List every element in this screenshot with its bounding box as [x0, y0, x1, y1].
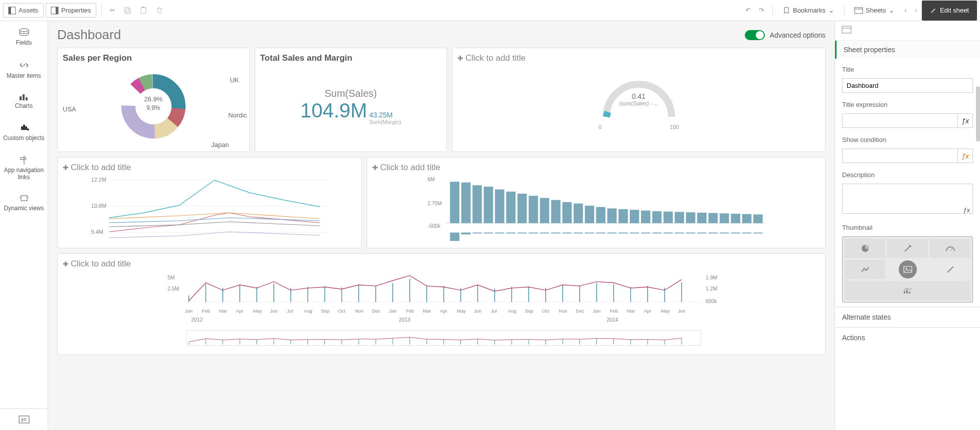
add-title-placeholder[interactable]: ✚Click to add title [372, 163, 820, 173]
svg-text:Apr: Apr [440, 308, 447, 314]
actions-section[interactable]: Actions [835, 327, 980, 348]
left-sidebar: Fields Master items Charts Custom object… [0, 21, 48, 430]
edit-sheet-button[interactable]: Edit sheet [922, 1, 977, 21]
add-title-placeholder[interactable]: ✚Click to add title [457, 53, 820, 63]
svg-rect-42 [574, 204, 583, 223]
svg-point-10 [20, 29, 29, 32]
donut-label-japan: Japan [211, 141, 229, 149]
delete-button[interactable] [152, 4, 167, 18]
card-sales-per-region[interactable]: Sales per Region 26.9% 9.9% UK Nordic Ja… [57, 48, 250, 152]
undo-button[interactable]: ↶ [742, 4, 754, 17]
bookmark-icon [783, 7, 790, 14]
pencil-icon [930, 7, 937, 14]
svg-text:Nov: Nov [559, 308, 567, 314]
svg-text:Feb: Feb [610, 308, 618, 314]
prev-sheet-button[interactable]: ‹ [901, 4, 909, 17]
scrollbar[interactable] [976, 86, 980, 141]
thumbnail-picker[interactable] [842, 236, 973, 303]
fx-button[interactable]: ƒx [958, 149, 973, 163]
label-show-condition: Show condition [842, 136, 973, 144]
card-combochart[interactable]: ✚Click to add title 5M 2.5M 1.9M 1.2M 60… [57, 253, 826, 355]
sidebar-item-custom[interactable]: Custom objects [0, 116, 48, 149]
fx-button[interactable]: ƒx [958, 113, 973, 128]
svg-text:6M: 6M [428, 177, 435, 182]
kpi-secondary-label: Sum(Margin) [369, 119, 401, 125]
label-description: Description [842, 171, 973, 179]
svg-rect-73 [607, 232, 617, 233]
bookmarks-button[interactable]: Bookmarks ⌄ [778, 4, 839, 17]
next-sheet-button[interactable]: › [912, 4, 920, 17]
chart-icon [20, 93, 29, 100]
svg-rect-13 [26, 97, 28, 100]
title-expression-input[interactable] [842, 113, 958, 128]
fx-icon[interactable]: ƒx [963, 206, 970, 214]
svg-rect-61 [472, 232, 482, 233]
line-chart: 12.2M 10.8M 9.4M [63, 173, 356, 243]
sheet-icon [842, 26, 851, 33]
add-title-placeholder[interactable]: ✚Click to add title [63, 259, 820, 269]
svg-rect-46 [618, 209, 628, 223]
gauge-min: 0 [599, 124, 602, 130]
svg-text:Apr: Apr [644, 308, 651, 314]
sidebar-item-dynamic[interactable]: Dynamic views [0, 188, 48, 219]
card-barchart[interactable]: ✚Click to add title 6M 2.75M -500k [367, 157, 826, 248]
gauge-value: 0.41 [619, 92, 658, 100]
label-title: Title [842, 66, 973, 73]
alternate-states-section[interactable]: Alternate states [835, 307, 980, 327]
svg-rect-70 [574, 232, 583, 233]
plus-icon: ✚ [457, 54, 463, 62]
card-gauge[interactable]: ✚Click to add title 0.41 (sum(Sales) - .… [452, 48, 826, 152]
svg-rect-77 [652, 232, 662, 233]
sidebar-item-charts[interactable]: Charts [0, 86, 48, 116]
title-input[interactable] [842, 78, 973, 93]
svg-rect-80 [686, 232, 696, 233]
cut-button[interactable]: ✂ [107, 4, 118, 17]
copy-icon [123, 7, 131, 15]
sidebar-item-fields[interactable]: Fields [0, 21, 48, 53]
thumb-wand-icon[interactable] [887, 239, 928, 258]
sheets-button[interactable]: Sheets ⌄ [850, 4, 899, 17]
chevron-left-icon: ‹ [904, 7, 906, 14]
thumb-line-icon[interactable] [845, 260, 885, 279]
svg-text:Apr: Apr [236, 308, 244, 314]
svg-text:Nov: Nov [355, 308, 364, 314]
thumb-image-icon[interactable] [899, 260, 917, 278]
svg-rect-34 [484, 187, 494, 223]
show-condition-input[interactable] [842, 149, 958, 163]
card-total-sales-margin[interactable]: Total Sales and Margin Sum(Sales) 104.9M… [255, 48, 447, 152]
thumb-wand2-icon[interactable] [930, 260, 970, 279]
advanced-toggle[interactable] [745, 30, 765, 40]
properties-button[interactable]: Properties [46, 3, 96, 18]
svg-rect-4 [124, 8, 129, 12]
sidebar-item-variables[interactable]: x= [0, 408, 48, 430]
paste-icon [139, 7, 147, 15]
paste-button[interactable] [136, 4, 150, 18]
svg-rect-8 [855, 8, 863, 14]
ytick: 9.4M [91, 229, 103, 235]
panel-left-icon [9, 7, 16, 14]
thumb-pie-icon[interactable] [845, 239, 885, 258]
svg-text:1.2M: 1.2M [706, 286, 717, 292]
svg-rect-38 [529, 196, 538, 223]
svg-text:May: May [661, 308, 670, 314]
sidebar-item-master[interactable]: Master items [0, 53, 48, 86]
copy-button[interactable] [120, 4, 134, 18]
svg-rect-56 [731, 214, 740, 223]
sidebar-item-navlinks[interactable]: App navigation links [0, 149, 48, 188]
thumb-gauge-icon[interactable] [930, 239, 970, 258]
svg-rect-36 [506, 192, 516, 223]
toolbar: Assets Properties ✂ ↶ ↷ Bookmarks ⌄ Shee… [0, 0, 980, 21]
page-title[interactable]: Dashboard [57, 27, 121, 43]
svg-text:Mar: Mar [423, 308, 431, 314]
svg-rect-11 [20, 96, 22, 100]
redo-button[interactable]: ↷ [756, 4, 767, 17]
svg-rect-86 [753, 232, 763, 233]
svg-rect-3 [56, 7, 58, 14]
description-input[interactable] [842, 184, 973, 214]
assets-button[interactable]: Assets [3, 3, 44, 18]
svg-text:-500k: -500k [428, 223, 441, 229]
card-linechart[interactable]: ✚Click to add title 12.2M 10.8M 9.4M [57, 157, 362, 248]
add-title-placeholder[interactable]: ✚Click to add title [63, 163, 356, 173]
sheet-icon [855, 8, 863, 14]
thumb-combo-icon[interactable] [845, 281, 970, 300]
